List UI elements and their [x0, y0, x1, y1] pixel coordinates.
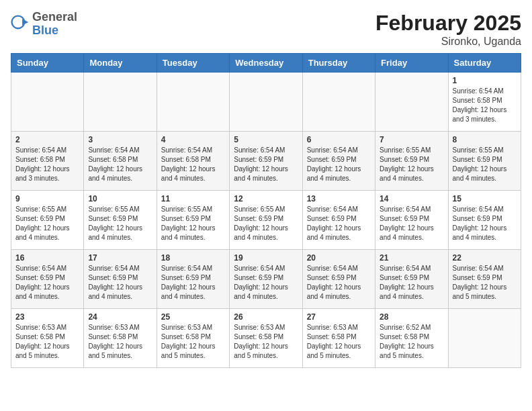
day-number: 27: [307, 312, 371, 322]
week-row-5: 23Sunrise: 6:53 AM Sunset: 6:58 PM Dayli…: [11, 309, 521, 368]
logo-blue-label: Blue: [32, 24, 77, 38]
logo-icon: [11, 15, 30, 34]
calendar-cell: 23Sunrise: 6:53 AM Sunset: 6:58 PM Dayli…: [11, 309, 84, 368]
week-row-4: 16Sunrise: 6:54 AM Sunset: 6:59 PM Dayli…: [11, 250, 521, 309]
logo-general-label: General: [32, 11, 77, 24]
day-info: Sunrise: 6:52 AM Sunset: 6:58 PM Dayligh…: [380, 323, 443, 361]
calendar-cell: 11Sunrise: 6:55 AM Sunset: 6:59 PM Dayli…: [157, 191, 229, 250]
weekday-header-friday: Friday: [375, 54, 448, 73]
day-info: Sunrise: 6:54 AM Sunset: 6:59 PM Dayligh…: [161, 264, 225, 302]
day-number: 5: [234, 135, 298, 144]
day-number: 10: [88, 194, 152, 203]
day-number: 7: [380, 135, 443, 144]
calendar-cell: 17Sunrise: 6:54 AM Sunset: 6:59 PM Dayli…: [84, 250, 157, 309]
day-number: 23: [15, 312, 79, 322]
day-info: Sunrise: 6:55 AM Sunset: 6:59 PM Dayligh…: [88, 205, 152, 242]
day-number: 16: [15, 253, 79, 263]
day-number: 11: [161, 194, 225, 203]
weekday-header-sunday: Sunday: [11, 54, 84, 73]
calendar-cell: 25Sunrise: 6:53 AM Sunset: 6:58 PM Dayli…: [157, 309, 229, 368]
calendar-cell: 7Sunrise: 6:55 AM Sunset: 6:59 PM Daylig…: [375, 132, 448, 191]
day-info: Sunrise: 6:54 AM Sunset: 6:58 PM Dayligh…: [161, 146, 225, 183]
calendar-cell: 22Sunrise: 6:54 AM Sunset: 6:59 PM Dayli…: [448, 250, 521, 309]
calendar-cell: 15Sunrise: 6:54 AM Sunset: 6:59 PM Dayli…: [448, 191, 521, 250]
day-info: Sunrise: 6:54 AM Sunset: 6:58 PM Dayligh…: [15, 146, 79, 183]
weekday-header-wednesday: Wednesday: [230, 54, 302, 73]
weekday-header-monday: Monday: [84, 54, 157, 73]
day-number: 17: [88, 253, 152, 263]
day-info: Sunrise: 6:54 AM Sunset: 6:59 PM Dayligh…: [307, 146, 371, 183]
day-number: 1: [453, 76, 517, 85]
calendar-cell: [11, 73, 84, 132]
day-info: Sunrise: 6:53 AM Sunset: 6:58 PM Dayligh…: [161, 323, 225, 361]
day-number: 13: [307, 194, 371, 203]
day-info: Sunrise: 6:55 AM Sunset: 6:59 PM Dayligh…: [234, 205, 298, 242]
day-number: 6: [307, 135, 371, 144]
day-info: Sunrise: 6:53 AM Sunset: 6:58 PM Dayligh…: [88, 323, 152, 361]
calendar-cell: [448, 309, 521, 368]
calendar-cell: 18Sunrise: 6:54 AM Sunset: 6:59 PM Dayli…: [157, 250, 229, 309]
day-info: Sunrise: 6:54 AM Sunset: 6:59 PM Dayligh…: [380, 264, 443, 302]
day-info: Sunrise: 6:54 AM Sunset: 6:59 PM Dayligh…: [380, 205, 443, 242]
day-info: Sunrise: 6:54 AM Sunset: 6:58 PM Dayligh…: [88, 146, 152, 183]
calendar-cell: 9Sunrise: 6:55 AM Sunset: 6:59 PM Daylig…: [11, 191, 84, 250]
day-info: Sunrise: 6:54 AM Sunset: 6:59 PM Dayligh…: [234, 146, 298, 183]
day-info: Sunrise: 6:55 AM Sunset: 6:59 PM Dayligh…: [15, 205, 79, 242]
day-number: 21: [380, 253, 443, 263]
weekday-header-tuesday: Tuesday: [157, 54, 229, 73]
week-row-2: 2Sunrise: 6:54 AM Sunset: 6:58 PM Daylig…: [11, 132, 521, 191]
day-info: Sunrise: 6:54 AM Sunset: 6:58 PM Dayligh…: [453, 87, 517, 124]
week-row-1: 1Sunrise: 6:54 AM Sunset: 6:58 PM Daylig…: [11, 73, 521, 132]
calendar-cell: [157, 73, 229, 132]
calendar-cell: [302, 73, 375, 132]
calendar-cell: 6Sunrise: 6:54 AM Sunset: 6:59 PM Daylig…: [302, 132, 375, 191]
calendar-cell: 1Sunrise: 6:54 AM Sunset: 6:58 PM Daylig…: [448, 73, 521, 132]
calendar-table: SundayMondayTuesdayWednesdayThursdayFrid…: [11, 53, 521, 368]
calendar-cell: 10Sunrise: 6:55 AM Sunset: 6:59 PM Dayli…: [84, 191, 157, 250]
weekday-header-saturday: Saturday: [448, 54, 521, 73]
calendar-cell: 14Sunrise: 6:54 AM Sunset: 6:59 PM Dayli…: [375, 191, 448, 250]
day-number: 28: [380, 312, 443, 322]
calendar-cell: 20Sunrise: 6:54 AM Sunset: 6:59 PM Dayli…: [302, 250, 375, 309]
day-number: 24: [88, 312, 152, 322]
calendar-title: February 2025: [375, 11, 521, 36]
day-info: Sunrise: 6:55 AM Sunset: 6:59 PM Dayligh…: [453, 146, 517, 183]
calendar-cell: [230, 73, 302, 132]
page-header: General Blue February 2025 Sironko, Ugan…: [11, 11, 521, 48]
calendar-cell: 27Sunrise: 6:53 AM Sunset: 6:58 PM Dayli…: [302, 309, 375, 368]
day-number: 22: [453, 253, 517, 263]
calendar-cell: 4Sunrise: 6:54 AM Sunset: 6:58 PM Daylig…: [157, 132, 229, 191]
day-number: 15: [453, 194, 517, 203]
week-row-3: 9Sunrise: 6:55 AM Sunset: 6:59 PM Daylig…: [11, 191, 521, 250]
day-info: Sunrise: 6:54 AM Sunset: 6:59 PM Dayligh…: [453, 205, 517, 242]
weekday-header-row: SundayMondayTuesdayWednesdayThursdayFrid…: [11, 54, 521, 73]
day-info: Sunrise: 6:55 AM Sunset: 6:59 PM Dayligh…: [380, 146, 443, 183]
day-info: Sunrise: 6:54 AM Sunset: 6:59 PM Dayligh…: [15, 264, 79, 302]
day-info: Sunrise: 6:53 AM Sunset: 6:58 PM Dayligh…: [15, 323, 79, 361]
day-number: 4: [161, 135, 225, 144]
day-info: Sunrise: 6:55 AM Sunset: 6:59 PM Dayligh…: [161, 205, 225, 242]
calendar-cell: 24Sunrise: 6:53 AM Sunset: 6:58 PM Dayli…: [84, 309, 157, 368]
day-info: Sunrise: 6:54 AM Sunset: 6:59 PM Dayligh…: [88, 264, 152, 302]
day-number: 18: [161, 253, 225, 263]
day-info: Sunrise: 6:54 AM Sunset: 6:59 PM Dayligh…: [307, 264, 371, 302]
day-number: 2: [15, 135, 79, 144]
logo: General Blue: [11, 11, 77, 38]
calendar-cell: 8Sunrise: 6:55 AM Sunset: 6:59 PM Daylig…: [448, 132, 521, 191]
logo-text: General Blue: [32, 11, 77, 38]
title-block: February 2025 Sironko, Uganda: [375, 11, 521, 48]
weekday-header-thursday: Thursday: [302, 54, 375, 73]
calendar-cell: [84, 73, 157, 132]
day-number: 20: [307, 253, 371, 263]
calendar-cell: 2Sunrise: 6:54 AM Sunset: 6:58 PM Daylig…: [11, 132, 84, 191]
day-number: 3: [88, 135, 152, 144]
day-info: Sunrise: 6:54 AM Sunset: 6:59 PM Dayligh…: [453, 264, 517, 302]
calendar-cell: 3Sunrise: 6:54 AM Sunset: 6:58 PM Daylig…: [84, 132, 157, 191]
day-number: 14: [380, 194, 443, 203]
day-info: Sunrise: 6:53 AM Sunset: 6:58 PM Dayligh…: [307, 323, 371, 361]
day-info: Sunrise: 6:54 AM Sunset: 6:59 PM Dayligh…: [234, 264, 298, 302]
calendar-subtitle: Sironko, Uganda: [375, 36, 521, 48]
calendar-cell: 12Sunrise: 6:55 AM Sunset: 6:59 PM Dayli…: [230, 191, 302, 250]
day-info: Sunrise: 6:53 AM Sunset: 6:58 PM Dayligh…: [234, 323, 298, 361]
calendar-cell: 21Sunrise: 6:54 AM Sunset: 6:59 PM Dayli…: [375, 250, 448, 309]
